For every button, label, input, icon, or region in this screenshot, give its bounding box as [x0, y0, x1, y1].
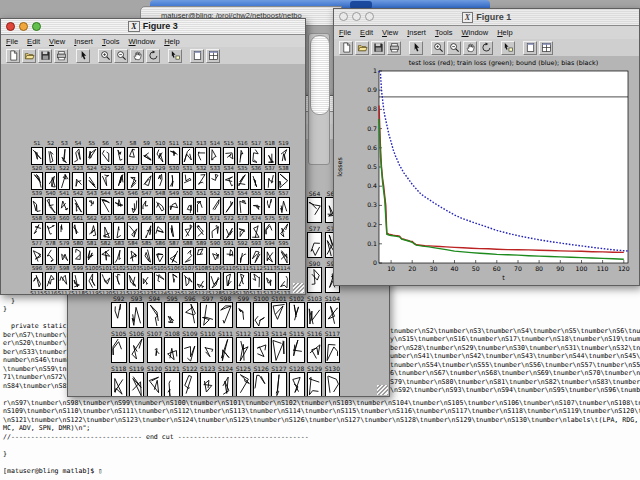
tile-label: S113 [251, 330, 271, 337]
rotate-3d-button[interactable] [146, 49, 160, 63]
menu-tools[interactable]: Tools [435, 28, 453, 37]
x11-icon: X [462, 12, 473, 23]
new-file-icon [341, 42, 352, 53]
tile-label: S103 [305, 295, 325, 302]
menu-insert[interactable]: Insert [74, 37, 93, 46]
glyph-tile [253, 302, 269, 328]
menu-view[interactable]: View [49, 37, 65, 46]
zoom-in-button[interactable] [98, 49, 112, 63]
figure1-window[interactable]: XFigure 1 FileEditViewInsertToolsWindowH… [333, 8, 640, 286]
figure3-window[interactable]: XFigure 3 FileEditViewInsertToolsWindowH… [0, 18, 306, 295]
glyph-tile [154, 147, 166, 165]
tile-label: S96 [180, 295, 200, 302]
tile-label: S102 [287, 295, 307, 302]
tile-label: S95 [276, 240, 292, 247]
tile-label: S128 [287, 365, 307, 372]
tile-label: S123 [198, 365, 218, 372]
menu-window[interactable]: Window [461, 28, 488, 37]
terminal-scrollbar[interactable] [308, 33, 330, 165]
glyph-tile [164, 372, 180, 396]
zoom-out-button[interactable] [114, 49, 128, 63]
svg-text:80: 80 [535, 265, 543, 272]
pointer-icon [78, 50, 89, 61]
svg-text:0.6: 0.6 [367, 144, 377, 151]
glyph-tile [271, 302, 287, 328]
pointer-button[interactable] [409, 41, 423, 55]
pan-hand-icon [132, 50, 143, 61]
terminal-text-bottom: r\nS97\tnumber\nS98\tnumber\nS99\tnumber… [3, 399, 640, 475]
menu-file[interactable]: File [6, 37, 18, 46]
glyph-tile [223, 147, 235, 165]
glyph-tile [218, 337, 234, 363]
subplot-grid-button[interactable] [206, 49, 220, 63]
menu-edit[interactable]: Edit [360, 28, 373, 37]
menu-insert[interactable]: Insert [407, 28, 426, 37]
tile-label: S124 [216, 365, 236, 372]
tile-label: S116 [305, 330, 325, 337]
zoom-out-button[interactable] [447, 41, 461, 55]
svg-text:0.8: 0.8 [367, 105, 377, 112]
open-folder-button[interactable] [22, 49, 36, 63]
subplot-grid-button[interactable] [539, 41, 553, 55]
glyph-tile [31, 197, 43, 215]
glyph-tile [264, 247, 276, 265]
glyph-tile [45, 272, 57, 290]
open-folder-button[interactable] [355, 41, 369, 55]
glyph-tile [250, 147, 262, 165]
zoom-in-button[interactable] [431, 41, 445, 55]
glyph-tile [195, 197, 207, 215]
glyph-tile [100, 172, 112, 190]
save-button[interactable] [38, 49, 52, 63]
glyph-tile [58, 272, 70, 290]
glyph-tile [223, 172, 235, 190]
figure1-toolbar [334, 39, 639, 57]
menu-file[interactable]: File [339, 28, 351, 37]
tile-label: S129 [305, 365, 325, 372]
rotate-3d-icon [148, 50, 159, 61]
figure3-resize-grip[interactable] [293, 283, 304, 293]
pointer-button[interactable] [76, 49, 90, 63]
menu-tools[interactable]: Tools [102, 37, 120, 46]
tile-label: S133 [276, 290, 292, 294]
menu-view[interactable]: View [382, 28, 398, 37]
menu-help[interactable]: Help [164, 37, 179, 46]
glyph-tile [250, 272, 262, 290]
data-cursor-button[interactable] [168, 49, 182, 63]
save-button[interactable] [371, 41, 385, 55]
glyph-tile [168, 247, 180, 265]
glyph-tile [127, 272, 139, 290]
rotate-3d-button[interactable] [479, 41, 493, 55]
new-file-button[interactable] [339, 41, 353, 55]
tile-label: S105 [109, 330, 129, 337]
glyph-tile [58, 172, 70, 190]
figure1-titlebar[interactable]: XFigure 1 [334, 9, 639, 26]
glyph-tile [100, 247, 112, 265]
figure3-titlebar[interactable]: XFigure 3 [1, 19, 305, 35]
tile-label: S19 [276, 140, 292, 147]
new-figure-button[interactable] [523, 41, 537, 55]
glyph-tile [164, 302, 180, 328]
menu-edit[interactable]: Edit [27, 37, 40, 46]
tile-label: S104 [323, 295, 343, 302]
glyph-tile [168, 197, 180, 215]
new-figure-button[interactable] [190, 49, 204, 63]
open-folder-icon [24, 50, 35, 61]
glyph-tile [168, 172, 180, 190]
tile-label: S99 [234, 295, 254, 302]
menu-window[interactable]: Window [128, 37, 155, 46]
glyph-tile [278, 197, 290, 215]
pan-hand-button[interactable] [130, 49, 144, 63]
scrollbar-thumb[interactable] [310, 35, 330, 115]
pan-hand-button[interactable] [463, 41, 477, 55]
data-cursor-button[interactable] [501, 41, 515, 55]
glyph-tile [223, 272, 235, 290]
svg-text:losses: losses [336, 157, 344, 177]
zoom-out-icon [449, 42, 460, 53]
print-button[interactable] [387, 41, 401, 55]
figure2-resize-grip[interactable] [377, 385, 388, 395]
print-button[interactable] [54, 49, 68, 63]
new-file-button[interactable] [6, 49, 20, 63]
pointer-icon [411, 42, 422, 53]
menu-help[interactable]: Help [497, 28, 512, 37]
tile-label: S94 [145, 295, 165, 302]
